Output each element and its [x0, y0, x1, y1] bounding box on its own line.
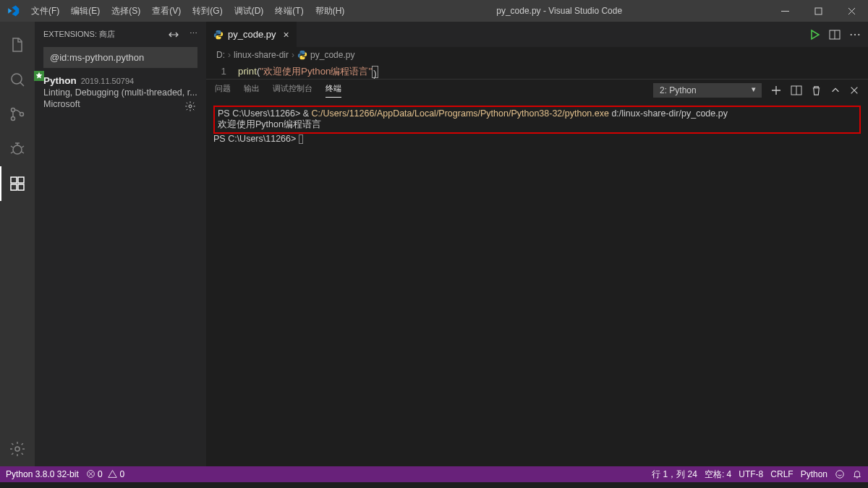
svg-point-16: [836, 471, 844, 479]
terminal[interactable]: PS C:\Users\11266> & C:/Users/11266/AppD…: [206, 101, 868, 395]
editor-tabs: py_code.py × ⋯: [206, 22, 868, 47]
panel: 问题 输出 调试控制台 终端 2: Python PS C:\Users\112…: [206, 79, 868, 395]
panel-tab-bar: 问题 输出 调试控制台 终端 2: Python: [206, 80, 868, 101]
more-icon[interactable]: ⋯: [190, 29, 197, 40]
sidebar-title: EXTENSIONS: 商店: [43, 29, 115, 40]
svg-rect-10: [18, 177, 24, 183]
panel-tab-terminal[interactable]: 终端: [326, 83, 341, 98]
token-paren-close: ): [372, 66, 378, 78]
extension-search-input[interactable]: @id:ms-python.python: [43, 47, 197, 68]
status-encoding[interactable]: UTF-8: [739, 469, 763, 479]
editor-area: py_code.py × ⋯ D: › linux-share-dir › py…: [206, 22, 868, 466]
tab-close-icon[interactable]: ×: [284, 29, 289, 40]
token-string: "欢迎使用Python编程语言": [260, 66, 372, 77]
scm-icon[interactable]: [0, 97, 35, 132]
menu-view[interactable]: 查看(V): [146, 0, 187, 22]
crumb-folder[interactable]: linux-share-dir: [234, 50, 289, 60]
maximize-button[interactable]: [801, 0, 835, 22]
explorer-icon[interactable]: [0, 27, 35, 62]
extension-version: 2019.11.50794: [81, 77, 134, 85]
status-feedback-icon[interactable]: [835, 469, 845, 479]
status-eol[interactable]: CRLF: [770, 469, 793, 479]
code-line[interactable]: print("欢迎使用Python编程语言"): [238, 64, 378, 79]
clear-icon[interactable]: [168, 29, 179, 40]
python-file-icon: [213, 30, 224, 40]
status-cursor[interactable]: 行 1，列 24: [652, 468, 697, 481]
svg-point-2: [12, 74, 22, 84]
split-terminal-icon[interactable]: [791, 85, 802, 96]
svg-point-3: [12, 108, 15, 112]
svg-point-5: [20, 113, 24, 116]
maximize-panel-icon[interactable]: [830, 85, 841, 95]
editor-more-icon[interactable]: ⋯: [849, 27, 861, 41]
status-lang[interactable]: Python: [801, 469, 827, 479]
extension-description: Linting, Debugging (multi-threaded, r...: [43, 87, 197, 98]
status-bar: Python 3.8.0 32-bit 0 0 行 1，列 24 空格: 4 U…: [0, 466, 868, 482]
chevron-right-icon: ›: [228, 50, 231, 60]
tab-py-code[interactable]: py_code.py ×: [206, 22, 297, 47]
svg-rect-7: [11, 177, 17, 183]
app-logo: [0, 4, 25, 17]
terminal-line: PS C:\Users\11266> & C:/Users/11266/AppD…: [218, 108, 856, 119]
crumb-drive[interactable]: D:: [216, 50, 225, 60]
menu-terminal[interactable]: 终端(T): [269, 0, 309, 22]
status-problems[interactable]: 0 0: [86, 469, 124, 479]
svg-point-12: [189, 105, 192, 108]
sidebar-header: EXTENSIONS: 商店 ⋯: [35, 22, 206, 47]
star-badge-icon: [34, 71, 44, 81]
extensions-icon[interactable]: [0, 166, 35, 201]
line-number: 1: [206, 64, 238, 79]
new-terminal-icon[interactable]: [770, 85, 782, 96]
menu-file[interactable]: 文件(F): [25, 0, 65, 22]
chevron-right-icon: ›: [292, 50, 294, 60]
status-python[interactable]: Python 3.8.0 32-bit: [6, 469, 79, 479]
svg-rect-0: [781, 11, 789, 12]
menu-bar: 文件(F) 编辑(E) 选择(S) 查看(V) 转到(G) 调试(D) 终端(T…: [25, 0, 350, 22]
terminal-line: PS C:\Users\11266>: [213, 134, 861, 144]
editor-actions: ⋯: [809, 22, 868, 47]
panel-tab-debug[interactable]: 调试控制台: [273, 83, 312, 98]
svg-point-4: [12, 117, 15, 121]
sidebar: EXTENSIONS: 商店 ⋯ @id:ms-python.python Py…: [35, 22, 206, 466]
token-fn: print: [238, 66, 257, 77]
svg-point-11: [15, 447, 20, 451]
debug-icon[interactable]: [0, 132, 35, 166]
split-editor-icon[interactable]: [829, 29, 841, 40]
extension-publisher: Microsoft: [43, 99, 197, 109]
run-icon[interactable]: [809, 29, 820, 40]
code-editor[interactable]: 1 print("欢迎使用Python编程语言"): [206, 63, 868, 79]
settings-gear-icon[interactable]: [0, 432, 35, 466]
menu-edit[interactable]: 编辑(E): [65, 0, 106, 22]
highlight-box: PS C:\Users\11266> & C:/Users/11266/AppD…: [213, 106, 861, 134]
minimize-button[interactable]: [768, 0, 801, 22]
kill-terminal-icon[interactable]: [811, 85, 822, 96]
menu-selection[interactable]: 选择(S): [106, 0, 146, 22]
breadcrumb[interactable]: D: › linux-share-dir › py_code.py: [206, 47, 868, 63]
window-controls: [768, 0, 868, 22]
close-panel-icon[interactable]: [849, 85, 859, 95]
svg-rect-9: [18, 184, 24, 190]
extension-item[interactable]: Python 2019.11.50794 Linting, Debugging …: [35, 72, 206, 118]
svg-point-6: [13, 145, 22, 154]
crumb-file[interactable]: py_code.py: [310, 50, 354, 60]
svg-rect-8: [11, 184, 17, 190]
terminal-selector[interactable]: 2: Python: [653, 83, 762, 98]
extension-gear-icon[interactable]: [184, 100, 196, 112]
title-bar: 文件(F) 编辑(E) 选择(S) 查看(V) 转到(G) 调试(D) 终端(T…: [0, 0, 868, 22]
menu-help[interactable]: 帮助(H): [310, 0, 351, 22]
menu-go[interactable]: 转到(G): [187, 0, 228, 22]
close-button[interactable]: [835, 0, 868, 22]
status-bell-icon[interactable]: [852, 469, 862, 479]
search-icon[interactable]: [0, 62, 35, 97]
panel-tab-problems[interactable]: 问题: [215, 83, 231, 98]
window-title: py_code.py - Visual Studio Code: [350, 6, 768, 16]
extension-name: Python: [43, 75, 77, 86]
menu-debug[interactable]: 调试(D): [229, 0, 270, 22]
activity-bar: [0, 22, 35, 466]
status-spaces[interactable]: 空格: 4: [705, 468, 731, 481]
panel-tab-output[interactable]: 输出: [244, 83, 260, 98]
terminal-output: 欢迎使用Python编程语言: [218, 119, 856, 131]
python-file-icon: [297, 50, 307, 60]
svg-rect-1: [815, 8, 822, 14]
tab-label: py_code.py: [228, 29, 276, 40]
